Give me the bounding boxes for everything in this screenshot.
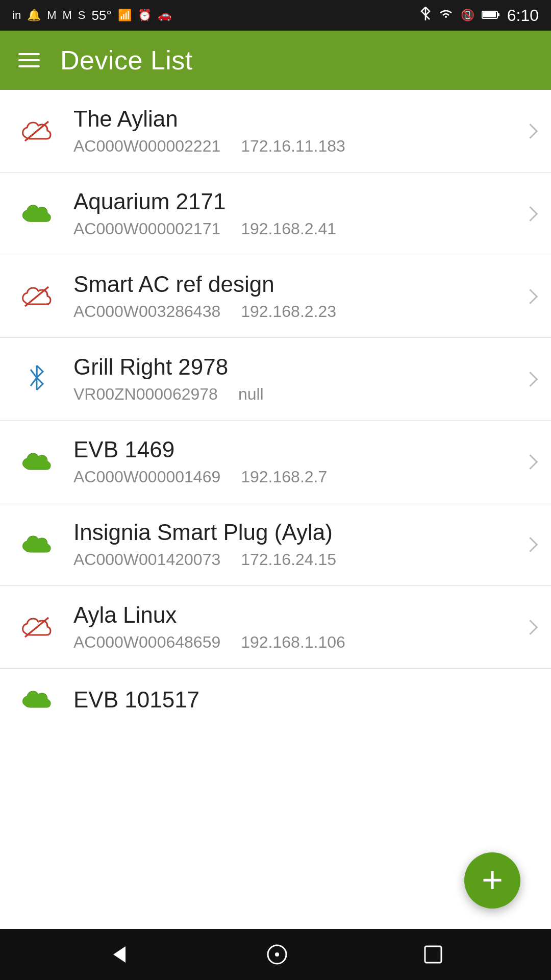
device-ip: 192.168.2.7 bbox=[241, 468, 327, 486]
device-icon-offline bbox=[18, 278, 55, 315]
temp-label: 55° bbox=[91, 8, 111, 23]
status-bar-left: in 🔔 M M S 55° 📶 ⏰ 🚗 bbox=[12, 8, 171, 23]
wifi-icon bbox=[438, 7, 454, 23]
device-icon-online bbox=[18, 195, 55, 232]
hamburger-line-1 bbox=[18, 53, 40, 55]
svg-marker-7 bbox=[113, 946, 126, 963]
page-title: Device List bbox=[60, 45, 193, 76]
status-bar-right: 📵 6:10 bbox=[420, 6, 539, 25]
alarm-icon: ⏰ bbox=[138, 9, 152, 22]
device-meta: AC000W000001469 192.168.2.7 bbox=[73, 468, 533, 486]
gmail-icon: M bbox=[47, 9, 56, 22]
device-info: The Aylian AC000W000002221 172.16.11.183 bbox=[73, 106, 533, 156]
device-serial: AC000W000648659 bbox=[73, 633, 220, 652]
status-bar: in 🔔 M M S 55° 📶 ⏰ 🚗 📵 bbox=[0, 0, 551, 31]
device-meta: AC000W000002171 192.168.2.41 bbox=[73, 219, 533, 238]
linkedin-icon: in bbox=[12, 9, 21, 22]
signal-icon: 📶 bbox=[118, 9, 132, 22]
device-ip: 192.168.1.106 bbox=[241, 633, 345, 652]
hamburger-line-3 bbox=[18, 65, 40, 67]
device-ip: null bbox=[238, 385, 264, 404]
bottom-nav bbox=[0, 929, 551, 980]
device-info: Aquarium 2171 AC000W000002171 192.168.2.… bbox=[73, 189, 533, 238]
device-icon-online bbox=[18, 681, 55, 718]
device-list: The Aylian AC000W000002221 172.16.11.183… bbox=[0, 90, 551, 929]
device-meta: AC000W003286438 192.168.2.23 bbox=[73, 302, 533, 321]
device-icon-bluetooth bbox=[18, 361, 55, 398]
device-name: EVB 1469 bbox=[73, 437, 533, 462]
svg-rect-1 bbox=[497, 13, 499, 16]
list-item[interactable]: Insignia Smart Plug (Ayla) AC000W0014200… bbox=[0, 503, 551, 586]
device-name: Smart AC ref design bbox=[73, 272, 533, 297]
list-item[interactable]: The Aylian AC000W000002221 172.16.11.183 bbox=[0, 90, 551, 173]
device-name: Ayla Linux bbox=[73, 602, 533, 628]
device-serial: AC000W003286438 bbox=[73, 302, 220, 321]
gmail2-icon: M bbox=[62, 9, 71, 22]
add-icon: + bbox=[482, 861, 503, 898]
device-info: EVB 1469 AC000W000001469 192.168.2.7 bbox=[73, 437, 533, 486]
list-item[interactable]: EVB 1469 AC000W000001469 192.168.2.7 bbox=[0, 421, 551, 503]
device-serial: AC000W000002171 bbox=[73, 219, 220, 238]
device-name: EVB 101517 bbox=[73, 687, 533, 713]
home-button[interactable] bbox=[265, 942, 289, 967]
device-name: Grill Right 2978 bbox=[73, 354, 533, 380]
device-info: EVB 101517 bbox=[73, 687, 533, 713]
device-meta: AC000W000002221 172.16.11.183 bbox=[73, 137, 533, 156]
list-item-partial[interactable]: EVB 101517 bbox=[0, 669, 551, 725]
skype-icon: S bbox=[78, 9, 86, 22]
device-ip: 192.168.2.23 bbox=[241, 302, 336, 321]
device-ip: 172.16.11.183 bbox=[241, 137, 345, 156]
device-ip: 172.16.24.15 bbox=[241, 550, 336, 569]
menu-button[interactable] bbox=[18, 53, 40, 67]
recents-button[interactable] bbox=[422, 944, 444, 965]
svg-rect-2 bbox=[483, 12, 496, 17]
device-icon-offline bbox=[18, 609, 55, 646]
device-meta: VR00ZN000062978 null bbox=[73, 385, 533, 404]
device-serial: AC000W000002221 bbox=[73, 137, 220, 156]
list-item[interactable]: Grill Right 2978 VR00ZN000062978 null bbox=[0, 338, 551, 421]
device-meta: AC000W000648659 192.168.1.106 bbox=[73, 633, 533, 652]
device-icon-online bbox=[18, 444, 55, 480]
svg-point-9 bbox=[275, 952, 279, 957]
bluetooth-status-icon bbox=[420, 6, 431, 25]
notification-icon: 🔔 bbox=[27, 9, 41, 22]
device-serial: VR00ZN000062978 bbox=[73, 385, 218, 404]
hamburger-line-2 bbox=[18, 59, 40, 61]
list-item[interactable]: Ayla Linux AC000W000648659 192.168.1.106 bbox=[0, 586, 551, 669]
device-info: Insignia Smart Plug (Ayla) AC000W0014200… bbox=[73, 520, 533, 569]
list-item[interactable]: Smart AC ref design AC000W003286438 192.… bbox=[0, 255, 551, 338]
device-icon-online bbox=[18, 526, 55, 563]
device-info: Grill Right 2978 VR00ZN000062978 null bbox=[73, 354, 533, 404]
battery-icon bbox=[482, 7, 500, 23]
add-device-button[interactable]: + bbox=[464, 852, 520, 909]
device-icon-offline bbox=[18, 113, 55, 150]
device-info: Ayla Linux AC000W000648659 192.168.1.106 bbox=[73, 602, 533, 652]
device-meta: AC000W001420073 172.16.24.15 bbox=[73, 550, 533, 569]
clock: 6:10 bbox=[507, 6, 539, 25]
device-ip: 192.168.2.41 bbox=[241, 219, 336, 238]
app-bar: Device List bbox=[0, 31, 551, 90]
device-name: The Aylian bbox=[73, 106, 533, 132]
back-button[interactable] bbox=[107, 942, 132, 967]
device-serial: AC000W000001469 bbox=[73, 468, 220, 486]
list-item[interactable]: Aquarium 2171 AC000W000002171 192.168.2.… bbox=[0, 173, 551, 255]
device-serial: AC000W001420073 bbox=[73, 550, 220, 569]
device-name: Insignia Smart Plug (Ayla) bbox=[73, 520, 533, 545]
device-name: Aquarium 2171 bbox=[73, 189, 533, 214]
device-info: Smart AC ref design AC000W003286438 192.… bbox=[73, 272, 533, 321]
car-icon: 🚗 bbox=[158, 9, 171, 22]
sim-icon: 📵 bbox=[461, 9, 474, 22]
svg-rect-10 bbox=[425, 946, 441, 963]
